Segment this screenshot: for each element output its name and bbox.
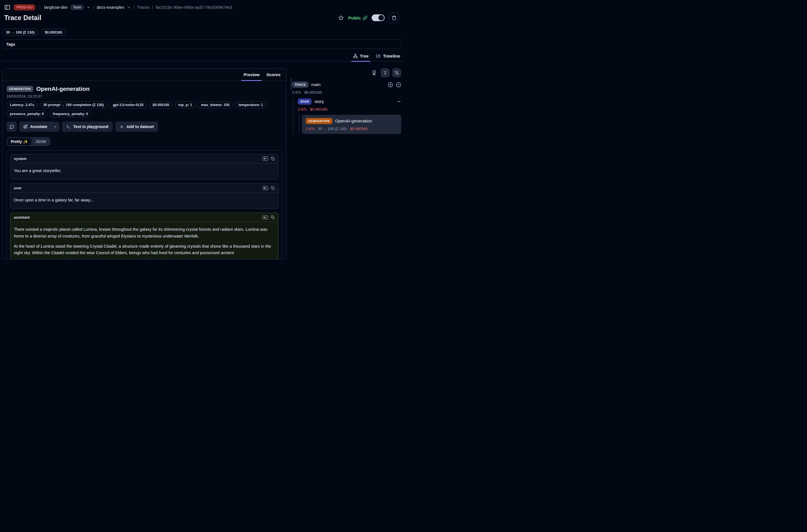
- trash-icon: [392, 16, 396, 20]
- total-cost-badge: $0.000165: [41, 29, 66, 36]
- markdown-toggle-icon[interactable]: M↓: [263, 156, 268, 160]
- span-metrics: 2.47s $0.000165: [298, 107, 401, 111]
- format-pretty-option[interactable]: Pretty ✨: [7, 138, 31, 145]
- collapse-node-button[interactable]: [397, 99, 401, 104]
- comment-button[interactable]: [6, 121, 17, 132]
- breadcrumb: langfuse-dev Team / docs-examples / Trac…: [44, 4, 232, 10]
- tab-timeline[interactable]: Timeline: [376, 54, 400, 61]
- message-role: user: [14, 186, 21, 190]
- copy-button[interactable]: [271, 186, 275, 190]
- tab-scores[interactable]: Scores: [266, 69, 280, 81]
- top-bar: PROD-EU langfuse-dev Team / docs-example…: [0, 0, 404, 11]
- tree-node-span[interactable]: SPAN story: [298, 98, 401, 104]
- toggle-metrics-button[interactable]: [392, 68, 401, 77]
- annotate-dropdown-button[interactable]: [51, 121, 59, 132]
- add-to-dataset-label: Add to dataset: [126, 125, 154, 129]
- copy-button[interactable]: [271, 157, 275, 161]
- public-link-group[interactable]: Public: [348, 16, 368, 20]
- bookmark-star-button[interactable]: [338, 15, 344, 21]
- panel-resize-handle[interactable]: [291, 78, 292, 90]
- expand-all-button[interactable]: [388, 82, 393, 88]
- plus-icon: [120, 125, 124, 129]
- frequency-penalty-badge: frequency_penalty: 0: [50, 111, 91, 117]
- message-user: user M↓ Once upon a time in a galaxy far…: [10, 183, 279, 209]
- messages-container: system M↓ You are a great storyteller.: [6, 150, 282, 259]
- breadcrumb-separator: /: [133, 5, 135, 10]
- breadcrumb-trace-id: fac231bc-90ee-490a-aa32-78c4269474e3: [156, 5, 232, 10]
- latency-badge: Latency: 2.47s: [6, 101, 38, 108]
- test-in-playground-label: Test in playground: [73, 125, 108, 129]
- cost-badge: $0.000165: [149, 101, 173, 108]
- header-actions: Public: [338, 13, 399, 23]
- copy-button[interactable]: [271, 215, 275, 220]
- tab-tree[interactable]: Tree: [353, 54, 369, 61]
- chevron-down-icon: [53, 125, 57, 129]
- observation-name: OpenAI-generation: [36, 86, 90, 92]
- collapse-all-button[interactable]: [381, 68, 390, 77]
- message-header-icons: M↓: [263, 156, 275, 160]
- token-usage-badge: 30 → 100 (Σ 130): [2, 29, 38, 36]
- message-role: assistant: [14, 215, 30, 220]
- format-json-option[interactable]: JSON: [32, 138, 50, 145]
- page-header: Trace Detail Public: [0, 11, 404, 22]
- generation-metrics: 2.47s 30 → 100 (Σ 130) $0.000165: [305, 127, 398, 131]
- copy-icon: [271, 157, 275, 161]
- generation-name: OpenAI-generation: [335, 118, 372, 124]
- breadcrumb-org[interactable]: langfuse-dev: [44, 5, 68, 10]
- observation-type-badge: GENERATION: [6, 86, 33, 92]
- public-toggle[interactable]: [372, 14, 384, 21]
- minus-circle-icon: [396, 82, 401, 88]
- observation-header: GENERATION OpenAI-generation: [6, 86, 282, 92]
- chevron-down-icon[interactable]: [87, 5, 91, 9]
- generation-latency: 2.47s: [305, 127, 315, 131]
- tree-icon: [353, 54, 358, 58]
- collapse-tree-button[interactable]: [396, 82, 401, 88]
- sidebar-toggle-button[interactable]: [4, 4, 11, 11]
- topbar-divider: [39, 4, 40, 10]
- message-system: system M↓ You are a great storyteller.: [10, 154, 279, 179]
- toggle-knob: [378, 15, 384, 21]
- observation-meta-badges: Latency: 2.47s 30 prompt → 100 completio…: [6, 101, 282, 108]
- annotate-button[interactable]: Annotate: [19, 121, 51, 132]
- tab-tree-label: Tree: [360, 54, 369, 58]
- tags-container[interactable]: Tags: [2, 39, 401, 49]
- award-icon[interactable]: [371, 70, 377, 76]
- tree-node-generation-selected[interactable]: GENERATION OpenAI-generation 2.47s 30 → …: [302, 115, 401, 134]
- message-header: user M↓: [11, 184, 278, 193]
- test-in-playground-button[interactable]: Test in playground: [62, 121, 113, 132]
- breadcrumb-section-traces[interactable]: Traces: [137, 5, 150, 10]
- observation-timestamp: 19/03/2024, 15:25:37: [6, 94, 282, 98]
- tree-node-trace[interactable]: TRACE main: [292, 81, 401, 88]
- max-tokens-badge: max_tokens: 100: [198, 101, 233, 108]
- terminal-icon: [66, 125, 71, 129]
- observation-detail-body: GENERATION OpenAI-generation 19/03/2024,…: [2, 81, 286, 259]
- breadcrumb-separator: /: [93, 5, 94, 10]
- environment-badge[interactable]: PROD-EU: [14, 4, 35, 11]
- content-area: Preview Scores GENERATION OpenAI-generat…: [0, 68, 404, 260]
- annotate-pen-icon: [23, 125, 27, 129]
- generation-row: GENERATION OpenAI-generation: [305, 118, 398, 124]
- assistant-paragraph-2: At the heart of Lumina stood the towerin…: [14, 243, 275, 256]
- message-content: You are a great storyteller.: [11, 163, 278, 179]
- model-badge[interactable]: gpt-3.5-turbo-0125: [110, 101, 147, 108]
- tags-label: Tags: [6, 42, 15, 46]
- breadcrumb-separator: /: [152, 5, 153, 10]
- detail-tabs: Preview Scores: [2, 69, 286, 81]
- trace-metrics: 2.47s $0.000165: [292, 90, 401, 95]
- chevron-down-icon[interactable]: [127, 5, 131, 9]
- delete-trace-button[interactable]: [389, 13, 399, 23]
- tab-preview[interactable]: Preview: [244, 69, 260, 81]
- tree-panel-toolbar: [292, 68, 401, 77]
- message-header: system M↓: [11, 154, 278, 163]
- span-cost: $0.000165: [310, 107, 327, 111]
- copy-icon: [271, 186, 275, 190]
- markdown-toggle-icon[interactable]: M↓: [263, 215, 268, 220]
- breadcrumb-project[interactable]: docs-examples: [97, 5, 125, 10]
- top-p-badge: top_p: 1: [175, 101, 195, 108]
- trace-cost: $0.000165: [304, 90, 322, 95]
- trace-latency: 2.47s: [292, 90, 301, 95]
- markdown-toggle-icon[interactable]: M↓: [263, 186, 268, 190]
- token-breakdown-badge: 30 prompt → 100 completion (Σ 130): [40, 101, 107, 108]
- add-to-dataset-button[interactable]: Add to dataset: [115, 121, 158, 132]
- page-title: Trace Detail: [4, 14, 41, 22]
